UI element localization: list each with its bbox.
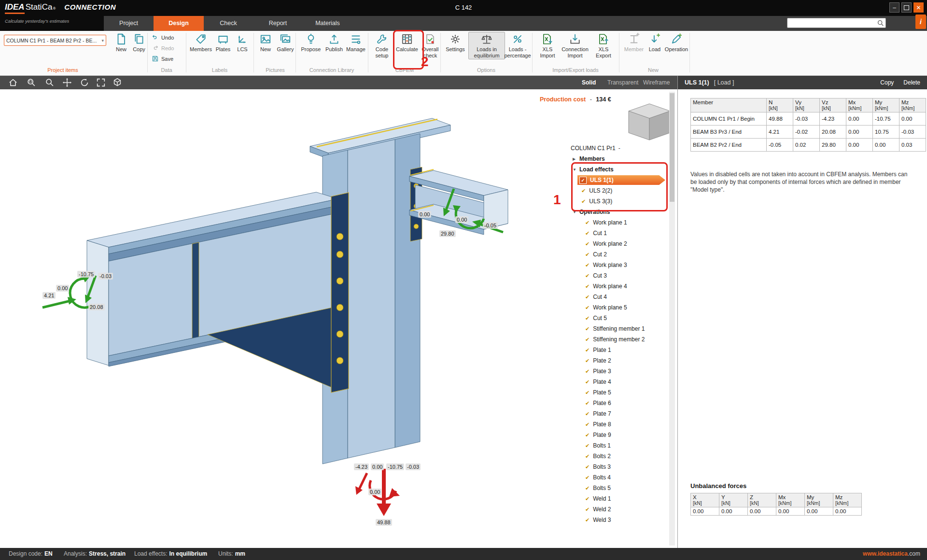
- view-mode-solid[interactable]: Solid: [582, 76, 596, 89]
- check-icon[interactable]: ✔: [585, 315, 590, 322]
- check-icon[interactable]: ✔: [585, 336, 590, 343]
- tree-item-operation[interactable]: ✔Weld 2: [560, 504, 669, 515]
- value-cell[interactable]: -0.05: [767, 139, 793, 152]
- tree-item-uls-3[interactable]: ✔ULS 3(3): [560, 196, 669, 207]
- tree-item-operation[interactable]: ✔Work plane 4: [560, 281, 669, 292]
- scrollbar-thumb[interactable]: [670, 93, 674, 202]
- restore-button[interactable]: [901, 2, 912, 13]
- tree-item-operation[interactable]: ✔Bolts 3: [560, 462, 669, 472]
- check-icon[interactable]: ✔: [585, 252, 590, 258]
- tree-item-operation[interactable]: ✔Weld 3: [560, 515, 669, 525]
- close-button[interactable]: ✕: [913, 2, 924, 13]
- value-cell[interactable]: 0.00: [846, 139, 873, 152]
- tree-item-operation[interactable]: ✔Bolts 2: [560, 451, 669, 462]
- tree-item-operation[interactable]: ✔Stiffening member 2: [560, 334, 669, 345]
- value-cell[interactable]: 49.88: [767, 112, 793, 126]
- view-mode-wireframe[interactable]: Wireframe: [643, 76, 670, 89]
- check-icon[interactable]: ✔: [585, 517, 590, 523]
- tree-item-operation[interactable]: ✔Plate 9: [560, 430, 669, 440]
- labels-plates-toggle[interactable]: Plates: [213, 33, 233, 53]
- tree-item-operation[interactable]: ✔Work plane 1: [560, 217, 669, 228]
- new-project-item-button[interactable]: New: [112, 33, 130, 53]
- value-cell[interactable]: 20.08: [820, 126, 846, 139]
- value-cell[interactable]: -4.23: [820, 112, 846, 126]
- check-icon[interactable]: ✔: [585, 305, 590, 311]
- copy-load-button[interactable]: Copy: [880, 79, 894, 86]
- loads-percentage-button[interactable]: Loads - percentage: [504, 33, 531, 58]
- tree-section-members[interactable]: ▶ Members: [560, 154, 669, 164]
- tree-item-operation[interactable]: ✔Plate 4: [560, 377, 669, 387]
- propose-button[interactable]: Propose: [299, 33, 323, 53]
- end-plate-with-bolts[interactable]: [331, 193, 349, 392]
- check-icon[interactable]: ✔: [585, 262, 590, 268]
- loads-in-equilibrium-toggle[interactable]: Loads in equilibrium: [468, 32, 505, 59]
- save-button[interactable]: Save: [152, 55, 173, 62]
- value-cell[interactable]: -10.75: [873, 112, 899, 126]
- check-icon[interactable]: ✔: [585, 273, 590, 279]
- section-cube-icon[interactable]: [112, 77, 123, 88]
- connection-import-button[interactable]: Connection Import: [560, 33, 590, 58]
- search-input[interactable]: [789, 19, 877, 28]
- check-icon[interactable]: ✔: [585, 432, 590, 438]
- steel-connection-model[interactable]: [87, 118, 508, 464]
- new-operation-button[interactable]: Operation: [664, 33, 688, 53]
- settings-button[interactable]: Settings: [443, 33, 467, 53]
- tree-item-operation[interactable]: ✔Cut 3: [560, 270, 669, 281]
- tree-item-operation[interactable]: ✔Bolts 5: [560, 483, 669, 493]
- collapsed-triangle-icon[interactable]: ▶: [573, 157, 579, 161]
- check-icon[interactable]: ✔: [585, 220, 590, 226]
- check-icon[interactable]: ✔: [585, 379, 590, 385]
- value-cell[interactable]: 10.75: [873, 126, 899, 139]
- new-load-button[interactable]: Load: [646, 33, 663, 53]
- tree-item-operation[interactable]: ✔Work plane 2: [560, 238, 669, 249]
- tab-project[interactable]: Project: [104, 16, 154, 31]
- redo-button[interactable]: Redo: [152, 44, 174, 52]
- pan-icon[interactable]: [62, 77, 72, 88]
- labels-lcs-toggle[interactable]: LCS: [234, 33, 251, 53]
- check-icon[interactable]: ✔: [585, 496, 590, 502]
- expanded-triangle-icon[interactable]: ▼: [573, 168, 579, 172]
- project-item-combobox[interactable]: COLUMN C1 Pr1 - BEAM B2 Pr2 - BE... ▾: [4, 35, 106, 46]
- tree-item-operation[interactable]: ✔Stiffening member 1: [560, 323, 669, 334]
- tree-item-operation[interactable]: ✔Plate 6: [560, 398, 669, 408]
- zoom-window-icon[interactable]: [26, 77, 37, 88]
- check-icon[interactable]: ✔: [585, 390, 590, 396]
- check-icon[interactable]: ✔: [585, 400, 590, 406]
- tree-root-item[interactable]: COLUMN C1 Pr1 -: [560, 143, 669, 154]
- tree-section-operations[interactable]: ▼ Operations: [560, 207, 669, 217]
- code-setup-button[interactable]: Code setup: [371, 33, 393, 58]
- checked-checkbox-icon[interactable]: ✓: [579, 177, 587, 184]
- minimize-button[interactable]: –: [889, 2, 899, 13]
- view-mode-transparent[interactable]: Transparent: [607, 76, 638, 89]
- xls-import-button[interactable]: XLS Import: [536, 33, 559, 58]
- tree-item-operation[interactable]: ✔Work plane 5: [560, 302, 669, 313]
- tree-item-uls-1-selected[interactable]: ✓ ULS 1(1): [560, 175, 669, 185]
- tree-scrollbar[interactable]: [669, 92, 675, 546]
- undo-button[interactable]: Undo: [152, 34, 174, 41]
- website-link[interactable]: www.ideastatica.com: [863, 550, 920, 557]
- labels-members-toggle[interactable]: Members: [189, 33, 212, 53]
- value-cell[interactable]: 0.02: [793, 139, 820, 152]
- tree-item-operation[interactable]: ✔Bolts 1: [560, 440, 669, 451]
- tab-report[interactable]: Report: [253, 16, 303, 31]
- gallery-button[interactable]: Gallery: [275, 33, 295, 53]
- value-cell[interactable]: 0.00: [846, 112, 873, 126]
- tree-item-operation[interactable]: ✔Cut 2: [560, 249, 669, 260]
- tree-item-uls-2[interactable]: ✔ULS 2(2): [560, 185, 669, 196]
- tree-item-operation[interactable]: ✔Plate 8: [560, 419, 669, 430]
- manage-button[interactable]: Manage: [345, 33, 367, 53]
- tree-item-operation[interactable]: ✔Plate 2: [560, 355, 669, 366]
- tree-item-operation[interactable]: ✔Bolts 4: [560, 472, 669, 483]
- check-icon[interactable]: ✔: [585, 506, 590, 513]
- value-cell[interactable]: -0.02: [793, 126, 820, 139]
- check-icon[interactable]: ✔: [585, 358, 590, 364]
- value-cell[interactable]: 0.03: [899, 139, 926, 152]
- check-icon[interactable]: ✔: [585, 294, 590, 300]
- check-icon[interactable]: ✔: [585, 347, 590, 353]
- tree-item-operation[interactable]: ✔Cut 1: [560, 228, 669, 238]
- search-box[interactable]: [787, 18, 886, 28]
- value-cell[interactable]: 29.80: [820, 139, 846, 152]
- zoom-fit-icon[interactable]: [96, 77, 106, 88]
- value-cell[interactable]: 0.00: [873, 139, 899, 152]
- check-icon[interactable]: ✔: [585, 241, 590, 247]
